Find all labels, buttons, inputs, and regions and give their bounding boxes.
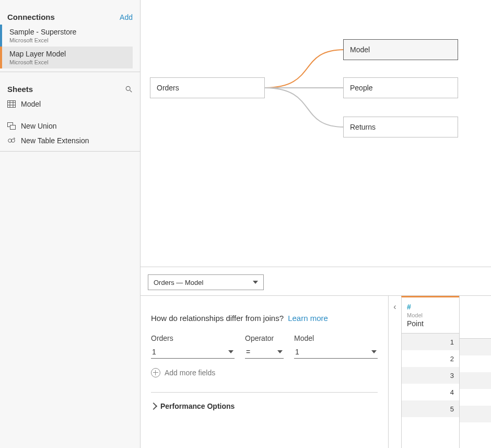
add-connection-link[interactable]: Add bbox=[120, 13, 133, 21]
relationship-editor: How do relationships differ from joins? … bbox=[141, 296, 388, 448]
model-field-select[interactable]: 1 bbox=[294, 346, 378, 359]
svg-point-0 bbox=[126, 86, 130, 90]
node-returns[interactable]: Returns bbox=[343, 117, 458, 137]
operator-select[interactable]: = bbox=[245, 346, 284, 359]
number-type-icon: # bbox=[407, 303, 454, 311]
sheet-model[interactable]: Model bbox=[7, 97, 133, 111]
sheets-heading: Sheets bbox=[7, 85, 33, 94]
performance-options-toggle[interactable]: Performance Options bbox=[151, 392, 378, 410]
left-panel: Connections Add Sample - Superstore Micr… bbox=[0, 0, 141, 448]
preview-row: 3 bbox=[402, 367, 459, 384]
chevron-down-icon bbox=[253, 281, 258, 284]
node-model[interactable]: Model bbox=[343, 39, 458, 60]
operator-label: Operator bbox=[245, 334, 284, 342]
search-icon[interactable] bbox=[125, 86, 133, 93]
connections-heading: Connections bbox=[7, 13, 55, 21]
help-text: How do relationships differ from joins? … bbox=[151, 314, 378, 323]
chevron-down-icon bbox=[228, 350, 233, 353]
chevron-down-icon bbox=[371, 350, 377, 353]
preview-header[interactable]: # Model Point bbox=[402, 297, 459, 334]
table-icon bbox=[7, 100, 16, 108]
chevron-right-icon bbox=[150, 403, 157, 410]
preview-row: 1 bbox=[402, 334, 459, 350]
preview-field-name: Point bbox=[407, 319, 454, 328]
node-people[interactable]: People bbox=[343, 77, 458, 98]
extension-icon bbox=[7, 136, 16, 145]
learn-more-link[interactable]: Learn more bbox=[288, 314, 328, 323]
relationship-bar: Orders — Model bbox=[141, 267, 491, 296]
relationship-selector[interactable]: Orders — Model bbox=[148, 274, 264, 290]
new-table-extension[interactable]: New Table Extension bbox=[7, 133, 133, 148]
plus-icon bbox=[151, 368, 160, 377]
preview-source: Model bbox=[407, 312, 454, 318]
divider bbox=[0, 151, 140, 152]
preview-extra-column bbox=[459, 296, 491, 448]
orders-field-select[interactable]: 1 bbox=[151, 346, 235, 359]
preview-collapse-toggle[interactable]: ‹ bbox=[388, 296, 401, 448]
chevron-down-icon bbox=[277, 350, 283, 353]
new-union[interactable]: New Union bbox=[7, 119, 133, 133]
svg-rect-2 bbox=[8, 101, 16, 108]
data-model-canvas[interactable]: Orders Model People Returns bbox=[141, 0, 491, 267]
svg-line-1 bbox=[130, 90, 132, 92]
node-orders[interactable]: Orders bbox=[150, 77, 265, 98]
preview-row: 5 bbox=[402, 400, 459, 417]
model-field-label: Model bbox=[294, 334, 378, 342]
main-area: Orders Model People Returns Orders — Mod… bbox=[141, 0, 491, 448]
data-preview: # Model Point 1 2 3 4 5 bbox=[401, 296, 459, 448]
connection-map-layer-model[interactable]: Map Layer Model Microsoft Excel bbox=[0, 47, 133, 68]
preview-row: 4 bbox=[402, 384, 459, 400]
union-icon bbox=[7, 122, 16, 130]
orders-field-label: Orders bbox=[151, 334, 235, 342]
svg-rect-8 bbox=[10, 125, 16, 130]
add-more-fields[interactable]: Add more fields bbox=[151, 368, 378, 377]
sheet-label: Model bbox=[21, 100, 41, 108]
connection-sample-superstore[interactable]: Sample - Superstore Microsoft Excel bbox=[0, 25, 133, 47]
preview-row: 2 bbox=[402, 350, 459, 367]
